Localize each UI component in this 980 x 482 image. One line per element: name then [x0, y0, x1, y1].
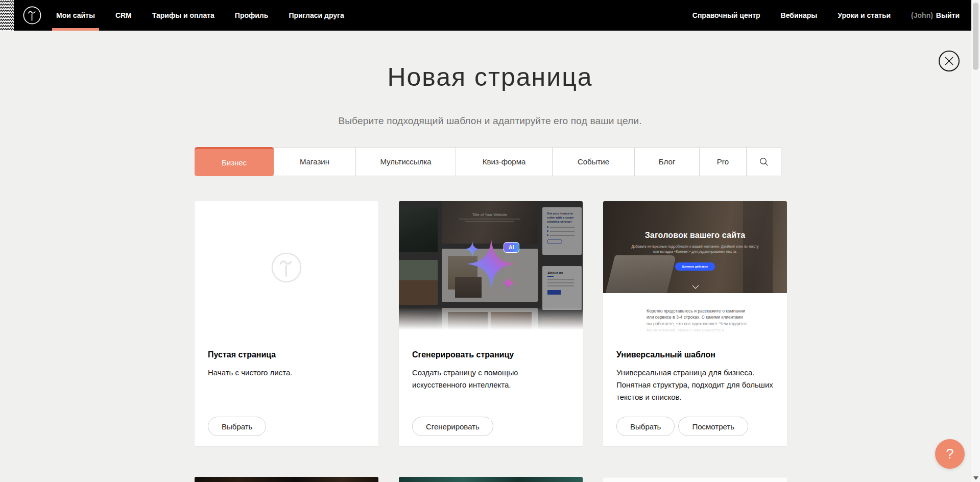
card-title: Сгенерировать страницу	[412, 350, 569, 359]
next-row-card-preview[interactable]	[603, 477, 787, 482]
universal-template-preview: Заголовок вашего сайта Добавьте интересн…	[603, 201, 787, 334]
nav-item-invite-friend[interactable]: Пригласи друга	[285, 0, 347, 31]
scrollbar-thumb[interactable]	[973, 3, 978, 70]
next-row-card-preview[interactable]	[195, 477, 378, 482]
scrollbar-down-arrow[interactable]	[973, 476, 978, 480]
template-grid: Пустая страница Начать с чистого листа. …	[195, 201, 787, 446]
tab-store[interactable]: Магазин	[273, 147, 356, 176]
blank-page-preview	[195, 201, 378, 334]
nav-item-crm[interactable]: CRM	[112, 0, 135, 31]
bottom-fade	[399, 307, 583, 334]
card-description: Начать с чистого листа.	[208, 367, 365, 379]
sparkle-small-icon	[464, 241, 481, 257]
card-description: Универсальная страница для бизнеса. Поня…	[616, 367, 774, 403]
card-title: Пустая страница	[208, 350, 365, 359]
template-hero: Заголовок вашего сайта Добавьте интересн…	[603, 201, 787, 293]
nav-item-tariffs[interactable]: Тарифы и оплата	[149, 0, 218, 31]
choose-button[interactable]: Выбрать	[616, 417, 675, 436]
tab-multilink[interactable]: Мультиссылка	[355, 147, 456, 176]
card-description: Создать страницу с помощью искусственног…	[412, 367, 569, 391]
card-blank-page[interactable]: Пустая страница Начать с чистого листа. …	[195, 201, 378, 446]
template-cta-button: Целевое действие	[675, 262, 715, 271]
next-row-card-preview[interactable]	[399, 477, 583, 482]
search-icon	[759, 157, 769, 166]
user-name: (John)	[911, 11, 933, 19]
card-generate-ai[interactable]: Title of Your Website Get your house in …	[399, 201, 583, 446]
tilda-watermark-icon	[270, 251, 303, 284]
view-button[interactable]: Посмотреть	[678, 417, 748, 436]
tab-pro[interactable]: Pro	[699, 147, 747, 176]
top-navbar: Мои сайты CRM Тарифы и оплата Профиль Пр…	[0, 0, 980, 31]
app-root: Мои сайты CRM Тарифы и оплата Профиль Пр…	[0, 0, 980, 482]
scrollbar[interactable]	[971, 0, 980, 482]
sparkle-small-icon	[501, 276, 516, 291]
ai-badge: AI	[504, 242, 519, 253]
tab-business[interactable]: Бизнес	[195, 147, 274, 176]
nav-item-my-sites[interactable]: Мои сайты	[53, 0, 98, 31]
generate-button[interactable]: Сгенерировать	[412, 417, 493, 436]
nav-item-profile[interactable]: Профиль	[232, 0, 272, 31]
card-universal-template[interactable]: Заголовок вашего сайта Добавьте интересн…	[603, 201, 787, 446]
bottom-fade	[603, 321, 787, 334]
choose-button[interactable]: Выбрать	[208, 417, 266, 436]
nav-item-help-center[interactable]: Справочный центр	[689, 0, 763, 31]
navbar-right-menu: Справочный центр Вебинары Уроки и статьи…	[689, 0, 963, 31]
page-subtitle: Выберите подходящий шаблон и адаптируйте…	[0, 115, 980, 127]
chevron-down-icon	[692, 285, 699, 289]
template-category-tabs: Бизнес Магазин Мультиссылка Квиз-форма С…	[195, 147, 781, 176]
help-button[interactable]: ?	[935, 439, 965, 469]
navbar-left-menu: Мои сайты CRM Тарифы и оплата Профиль Пр…	[53, 0, 347, 31]
page-title: Новая страница	[0, 62, 980, 92]
nav-item-webinars[interactable]: Вебинары	[778, 0, 821, 31]
ai-collage-preview: Title of Your Website Get your house in …	[399, 201, 583, 334]
tab-search[interactable]	[746, 147, 781, 176]
tab-blog[interactable]: Блог	[634, 147, 700, 176]
nav-item-logout[interactable]: (John) Выйти	[908, 0, 963, 31]
card-title: Универсальный шаблон	[616, 350, 774, 359]
tab-quiz-form[interactable]: Квиз-форма	[456, 147, 553, 176]
tab-event[interactable]: Событие	[552, 147, 635, 176]
tilda-logo-icon[interactable]	[22, 6, 42, 25]
template-hero-title: Заголовок вашего сайта	[603, 231, 787, 240]
nav-item-lessons[interactable]: Уроки и статьи	[834, 0, 894, 31]
logout-label: Выйти	[936, 11, 960, 19]
template-hero-subtitle: Добавьте интересные подробности о вашей …	[631, 244, 759, 254]
zigzag-pattern-icon	[0, 0, 14, 31]
